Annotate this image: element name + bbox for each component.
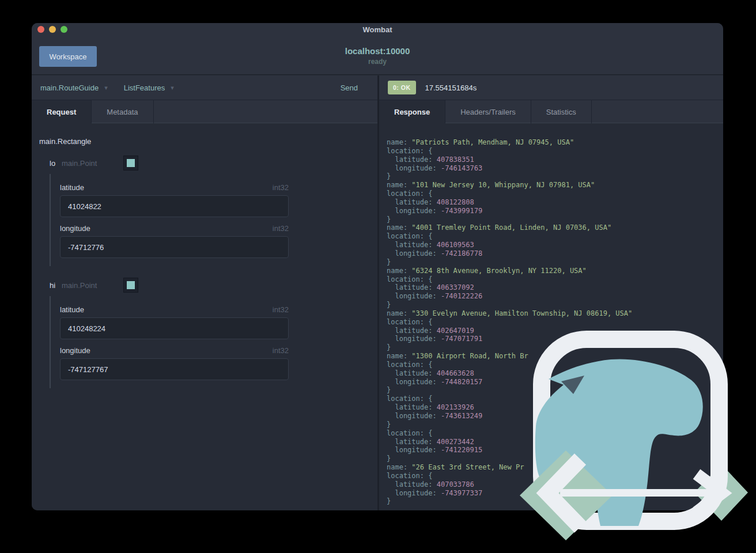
field-group-lo: lomain.Point xyxy=(50,156,377,171)
host-address: localhost:10000 xyxy=(32,46,723,56)
wombat-app-window: Wombat Workspace localhost:10000 ready m… xyxy=(32,23,723,510)
response-line: latitude: 402647019 xyxy=(387,327,723,335)
response-line: latitude: 406337092 xyxy=(387,283,723,292)
window-title: Wombat xyxy=(32,25,723,34)
response-line: location: { xyxy=(387,275,723,284)
response-line: latitude: 402133926 xyxy=(387,403,723,412)
field-name: lo xyxy=(50,159,62,168)
lo-checkbox[interactable] xyxy=(123,156,138,171)
request-panel: main.RouteGuide ▾ ListFeatures ▾ Send Re… xyxy=(32,75,377,510)
tab-metadata[interactable]: Metadata xyxy=(92,100,153,124)
request-content: main.Rectangle lomain.Pointlatitudeint32… xyxy=(32,123,377,510)
response-line: longitude: -741220915 xyxy=(387,446,723,454)
response-line: name: "101 New Jersey 10, Whippany, NJ 0… xyxy=(387,181,723,190)
response-line: location: { xyxy=(387,190,723,198)
response-line: longitude: -746143763 xyxy=(387,164,723,173)
chevron-down-icon: ▾ xyxy=(104,84,108,92)
response-line: name: "26 East 3rd Street, New Pr xyxy=(387,463,723,472)
response-output: name: "Patriots Path, Mendham, NJ 07945,… xyxy=(379,123,723,506)
message-type-label: main.Rectangle xyxy=(39,137,377,146)
checkbox-fill xyxy=(127,281,135,289)
response-line: } xyxy=(387,421,723,429)
response-line: name: "330 Evelyn Avenue, Hamilton Towns… xyxy=(387,309,723,318)
response-line: location: { xyxy=(387,395,723,403)
response-line: longitude: -743613249 xyxy=(387,412,723,421)
response-line: } xyxy=(387,386,723,395)
service-select[interactable]: main.RouteGuide ▾ xyxy=(40,84,108,92)
response-line: latitude: 400273442 xyxy=(387,438,723,446)
response-line: } xyxy=(387,215,723,224)
status-badge: 0: OK xyxy=(388,81,416,94)
tab-headers-trailers[interactable]: Headers/Trailers xyxy=(445,100,531,124)
response-line: } xyxy=(387,258,723,267)
field-type: main.Point xyxy=(62,159,97,168)
response-line: } xyxy=(387,497,723,506)
hi-latitude-input[interactable] xyxy=(60,317,289,339)
response-line: latitude: 404663628 xyxy=(387,369,723,378)
field-proto-type: int32 xyxy=(273,224,289,233)
field-label: longitude xyxy=(60,346,90,355)
response-line: location: { xyxy=(387,318,723,327)
tab-response[interactable]: Response xyxy=(379,100,445,124)
response-line: name: "Patriots Path, Mendham, NJ 07945,… xyxy=(387,138,723,147)
response-line: } xyxy=(387,454,723,463)
send-button[interactable]: Send xyxy=(341,84,358,92)
field-name: hi xyxy=(50,281,62,290)
method-select[interactable]: ListFeatures ▾ xyxy=(124,84,174,92)
field-proto-type: int32 xyxy=(273,305,289,314)
hi-longitude-input[interactable] xyxy=(60,358,289,380)
duration-label: 17.554151684s xyxy=(425,84,477,92)
field-label-row: latitudeint32 xyxy=(60,183,289,192)
service-select-value: main.RouteGuide xyxy=(40,84,99,92)
lo-latitude-input[interactable] xyxy=(60,195,289,217)
hi-checkbox[interactable] xyxy=(123,278,138,293)
response-line: } xyxy=(387,301,723,309)
app-header: Wombat Workspace localhost:10000 ready xyxy=(32,23,723,75)
field-label-row: longitudeint32 xyxy=(60,346,289,355)
response-panel: 0: OK 17.554151684s ResponseHeaders/Trai… xyxy=(379,75,723,510)
response-line: name: "6324 8th Avenue, Brooklyn, NY 112… xyxy=(387,267,723,275)
response-line: location: { xyxy=(387,361,723,369)
connection-status: ready xyxy=(32,58,723,66)
response-line: latitude: 406109563 xyxy=(387,241,723,249)
lo-longitude-input[interactable] xyxy=(60,236,289,258)
response-toolbar: 0: OK 17.554151684s xyxy=(379,75,723,100)
connection-info: localhost:10000 ready xyxy=(32,46,723,66)
response-line: longitude: -743977337 xyxy=(387,489,723,498)
response-tabstrip: ResponseHeaders/TrailersStatistics xyxy=(379,100,723,123)
response-content: name: "Patriots Path, Mendham, NJ 07945,… xyxy=(379,123,723,510)
field-proto-type: int32 xyxy=(273,346,289,355)
response-line: latitude: 407033786 xyxy=(387,480,723,489)
response-line: longitude: -743999179 xyxy=(387,207,723,215)
response-line: longitude: -740122226 xyxy=(387,292,723,301)
hi-group: latitudeint32longitudeint32 xyxy=(50,296,377,388)
response-line: location: { xyxy=(387,429,723,438)
response-line: name: "1300 Airport Road, North Br xyxy=(387,352,723,361)
tab-statistics[interactable]: Statistics xyxy=(531,100,592,124)
field-proto-type: int32 xyxy=(273,183,289,192)
request-toolbar: main.RouteGuide ▾ ListFeatures ▾ Send xyxy=(32,75,377,100)
response-line: location: { xyxy=(387,472,723,480)
field-label: longitude xyxy=(60,224,90,233)
response-line: location: { xyxy=(387,232,723,241)
response-line: latitude: 408122808 xyxy=(387,198,723,207)
response-line: latitude: 407838351 xyxy=(387,156,723,164)
field-label-row: longitudeint32 xyxy=(60,224,289,233)
response-line: longitude: -742186778 xyxy=(387,249,723,258)
field-label: latitude xyxy=(60,305,84,314)
response-line: } xyxy=(387,172,723,181)
field-type: main.Point xyxy=(62,281,97,290)
response-line: } xyxy=(387,343,723,352)
response-line: longitude: -747071791 xyxy=(387,335,723,343)
request-form: main.Rectangle lomain.Pointlatitudeint32… xyxy=(32,123,377,388)
chevron-down-icon: ▾ xyxy=(171,84,174,92)
field-group-hi: himain.Point xyxy=(50,278,377,293)
response-line: longitude: -744820157 xyxy=(387,378,723,387)
tab-request[interactable]: Request xyxy=(32,100,92,124)
method-select-value: ListFeatures xyxy=(124,84,165,92)
response-line: location: { xyxy=(387,147,723,156)
field-label-row: latitudeint32 xyxy=(60,305,289,314)
lo-group: latitudeint32longitudeint32 xyxy=(50,174,377,266)
checkbox-fill xyxy=(127,159,135,167)
field-label: latitude xyxy=(60,183,84,192)
